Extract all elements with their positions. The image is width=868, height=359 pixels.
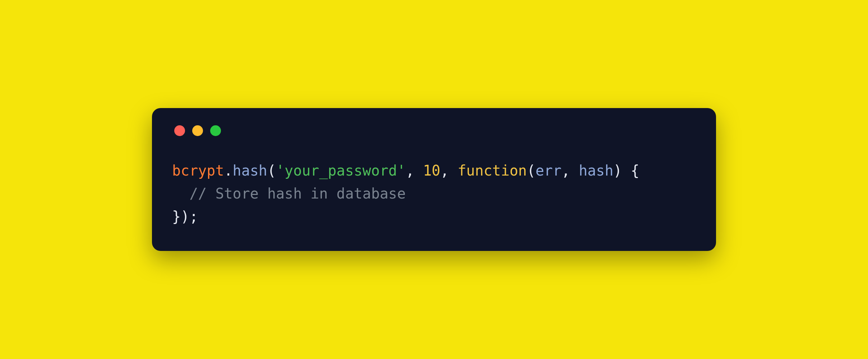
token-param: hash xyxy=(579,162,613,179)
token-punct: , xyxy=(562,162,579,179)
token-punct: , xyxy=(440,162,458,179)
token-punct: }); xyxy=(172,208,198,225)
token-method: hash xyxy=(233,162,267,179)
token-keyword: function xyxy=(458,162,527,179)
token-comment: // Store hash in database xyxy=(189,185,406,202)
traffic-lights xyxy=(174,125,696,136)
token-ident: bcrypt xyxy=(172,162,224,179)
close-icon[interactable] xyxy=(174,125,185,136)
token-punct: ) { xyxy=(613,162,639,179)
token-number: 10 xyxy=(423,162,440,179)
token-string: 'your_password' xyxy=(276,162,406,179)
token-punct: , xyxy=(406,162,423,179)
token-punct: . xyxy=(224,162,233,179)
token-punct: ( xyxy=(267,162,276,179)
token-punct: ( xyxy=(527,162,535,179)
indent xyxy=(172,185,189,202)
code-window: bcrypt.hash('your_password', 10, functio… xyxy=(152,108,716,251)
code-block: bcrypt.hash('your_password', 10, functio… xyxy=(172,159,696,228)
minimize-icon[interactable] xyxy=(192,125,203,136)
token-param: err xyxy=(536,162,562,179)
zoom-icon[interactable] xyxy=(210,125,221,136)
